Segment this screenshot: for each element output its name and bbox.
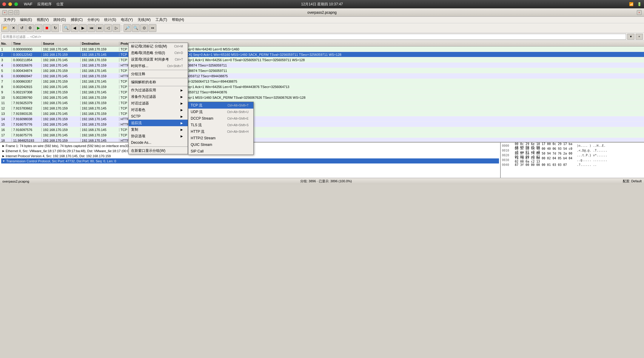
table-row[interactable]: 18 11.984825193 192.168.170.159 192.168.… <box>0 138 644 142</box>
cell-no: 3 <box>0 58 12 62</box>
table-row[interactable]: 8 0.002042815 192.168.170.145 192.168.17… <box>0 84 644 90</box>
mac-close-btn[interactable] <box>2 2 6 6</box>
cell-no: 16 <box>0 128 12 132</box>
menu-go[interactable]: 跳转(G) <box>51 17 68 23</box>
menu-tools[interactable]: 工具(T) <box>153 17 170 23</box>
cell-dst: 192.168.170.145 <box>81 69 119 72</box>
table-row[interactable]: 9 5.002197308 192.168.170.159 192.168.17… <box>0 90 644 95</box>
cell-info: 47732 → 80 TSval=894446790 TSecr=3256067… <box>155 112 644 115</box>
table-row[interactable]: 13 7.915903135 192.168.170.145 192.168.1… <box>0 111 644 116</box>
mac-minimize-btn[interactable] <box>8 2 12 6</box>
table-row[interactable]: 1 0.000000000 192.168.170.145 192.168.17… <box>0 47 644 52</box>
tb-zoom-out-btn[interactable]: 🔍 <box>132 24 140 32</box>
tb-back-btn[interactable]: ◀ <box>71 24 78 32</box>
detail-row[interactable]: ▶Internet Protocol Version 4, Src: 192.1… <box>1 153 499 158</box>
cell-len: 66 <box>139 85 155 89</box>
table-row[interactable]: 7 0.000863357 192.168.170.159 192.168.17… <box>0 79 644 84</box>
cell-proto: TCP <box>119 69 139 72</box>
menu-wireless[interactable]: 无线(W) <box>135 17 153 23</box>
cell-src: 192.168.170.159 <box>42 117 81 121</box>
cell-no: 4 <box>0 64 12 67</box>
packet-list-header: No. Time Source Destination Protocol Len… <box>0 41 644 47</box>
detail-row[interactable]: ▶Ethernet II, Src: VMware_6e:18:17 (00:0… <box>1 148 499 153</box>
status-bar: overpass2.pcapng 分组: 3896 · 已显示: 3896 (1… <box>0 178 644 184</box>
tb-open-btn[interactable]: 📂 <box>1 24 9 32</box>
packet-list-container: No. Time Source Destination Protocol Len… <box>0 41 644 142</box>
cell-info: 47734 → 80 <box>155 133 644 137</box>
table-row[interactable]: 14 7.916098038 192.168.170.159 192.168.1… <box>0 116 644 122</box>
tb-next-btn[interactable]: ▷ <box>113 24 120 32</box>
table-row[interactable]: 15 7.916075776 192.168.170.145 192.168.1… <box>0 122 644 127</box>
menu-capture[interactable]: 捕获(C) <box>68 17 85 23</box>
tb-reload-btn[interactable]: ↺ <box>18 24 26 32</box>
table-row[interactable]: 10 5.002289760 192.168.170.145 192.168.1… <box>0 95 644 100</box>
win-close-btn[interactable]: × <box>2 10 7 15</box>
col-header-dst: Destination <box>81 42 119 45</box>
cell-src: 192.168.170.145 <box>42 74 81 78</box>
cell-proto: TCP <box>119 101 139 105</box>
table-row[interactable]: 16 7.916097576 192.168.170.159 192.168.1… <box>0 127 644 132</box>
tb-fwd-btn[interactable]: ▶ <box>79 24 87 32</box>
tb-prev-btn[interactable]: ◁ <box>104 24 112 32</box>
filter-add-btn[interactable]: + <box>636 34 643 40</box>
table-row[interactable]: 11 7.915625379 192.168.170.145 192.168.1… <box>0 100 644 106</box>
cell-info: 80 → 4... Len=0 TSval=894446791 TSecr=32… <box>155 107 644 110</box>
win-min-btn[interactable]: — <box>8 10 13 15</box>
tb-zoom-100-btn[interactable]: ⊙ <box>140 24 148 32</box>
menu-help[interactable]: 帮助(H) <box>170 17 187 23</box>
wireshark-window: × — □ overpass2.pcapng × 文件(F) 编辑(E) 视图(… <box>0 8 644 184</box>
menu-phone[interactable]: 电话(Y) <box>118 17 135 23</box>
mac-maximize-btn[interactable] <box>14 2 18 6</box>
tb-find-btn[interactable]: 🔍 <box>62 24 70 32</box>
tb-last-btn[interactable]: ⏭ <box>96 24 104 32</box>
split-bottom: ▶Frame 1: 74 bytes on wire (592 bits), 7… <box>0 142 644 178</box>
menu-stats[interactable]: 统计(S) <box>102 17 118 23</box>
tb-start-btn[interactable]: ▶ <box>35 24 42 32</box>
window-buttons[interactable]: × — □ <box>2 10 19 15</box>
menu-file[interactable]: 文件(F) <box>1 17 18 23</box>
hex-offset: 0010 <box>502 149 512 152</box>
cell-no: 11 <box>0 101 12 105</box>
table-row[interactable]: 2 0.000122542 192.168.170.159 192.168.17… <box>0 52 644 57</box>
cell-proto: HTTP <box>119 123 139 126</box>
menu-analyze[interactable]: 分析(A) <box>85 17 102 23</box>
tb-stop-btn[interactable]: ⏹ <box>43 24 51 32</box>
cell-proto: TCP <box>119 85 139 89</box>
table-row[interactable]: 5 0.000434874 192.168.170.159 192.168.17… <box>0 68 644 73</box>
cell-src: 192.168.170.145 <box>42 96 81 99</box>
menu-edit[interactable]: 编辑(E) <box>18 17 34 23</box>
detail-row[interactable]: ▶Frame 1: 74 bytes on wire (592 bits), 7… <box>1 143 499 148</box>
filter-input[interactable] <box>1 34 626 40</box>
win-close-right-btn[interactable]: × <box>637 10 642 15</box>
filter-apply-btn[interactable]: ▼ <box>627 34 634 40</box>
table-row[interactable]: 4 0.000326676 192.168.170.145 192.168.17… <box>0 63 644 68</box>
tb-options-btn[interactable]: ⚙ <box>26 24 34 32</box>
cell-dst: 192.168.170.159 <box>81 64 119 67</box>
cell-src: 192.168.170.159 <box>42 69 81 72</box>
cell-time: 7.916097576 <box>12 128 42 132</box>
table-row[interactable]: 17 7.916075776 192.168.170.145 192.168.1… <box>0 132 644 138</box>
cell-dst: 192.168.170.145 <box>81 90 119 94</box>
pos-label[interactable]: 位置 <box>56 2 64 7</box>
cell-proto: HTTP <box>119 74 139 78</box>
app-name-label: WAiF <box>24 2 33 6</box>
table-row[interactable]: 6 0.000860947 192.168.170.145 192.168.17… <box>0 73 644 79</box>
table-row[interactable]: 3 0.000211854 192.168.170.145 192.168.17… <box>0 57 644 63</box>
app-label[interactable]: 应用程序 <box>37 2 52 7</box>
cell-info: 80 → 4... TSval=894438874 TSecr=32560597… <box>155 69 644 72</box>
cell-len: 66 <box>139 128 155 132</box>
detail-row[interactable]: ▼Transmission Control Protocol, Src Port… <box>1 158 499 163</box>
tb-close-btn[interactable]: ✕ <box>10 24 17 32</box>
menu-view[interactable]: 视图(V) <box>34 17 51 23</box>
cell-dst: 192.168.170.159 <box>81 85 119 89</box>
detail-text: Transmission Control Protocol, Src Port:… <box>6 159 116 163</box>
table-row[interactable]: 12 7.915783662 192.168.170.159 192.168.1… <box>0 106 644 111</box>
cell-time: 7.915903135 <box>12 112 42 115</box>
tb-resize-btn[interactable]: ⇔ <box>149 24 156 32</box>
tb-first-btn[interactable]: ⏮ <box>87 24 95 32</box>
col-header-time: Time <box>12 42 42 45</box>
tb-restart-btn[interactable]: ↻ <box>51 24 59 32</box>
detail-tri-icon: ▶ <box>2 149 4 152</box>
tb-zoom-in-btn[interactable]: 🔎 <box>124 24 131 32</box>
win-max-btn[interactable]: □ <box>14 10 19 15</box>
